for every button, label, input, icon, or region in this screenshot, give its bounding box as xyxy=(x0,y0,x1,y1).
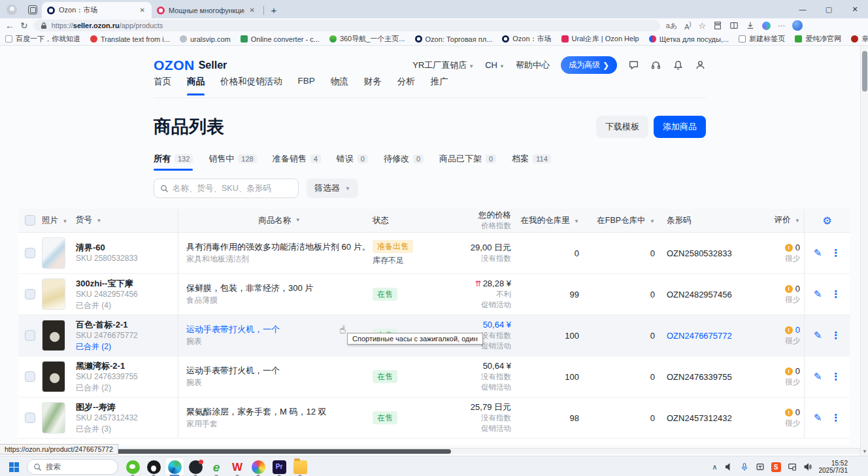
sogou-input-icon[interactable]: S xyxy=(771,462,781,472)
help-center-link[interactable]: 帮助中心 xyxy=(516,60,550,71)
read-aloud-icon[interactable]: A) xyxy=(684,21,691,31)
support-headset-icon[interactable] xyxy=(650,60,661,71)
edit-pencil-icon[interactable]: ✎ xyxy=(814,247,822,259)
product-name[interactable]: 聚氨酯涂层，家务手套，M 码，12 双 xyxy=(186,406,373,418)
address-bar[interactable]: https://seller.ozon.ru/app/products xyxy=(34,20,660,31)
select-all-checkbox[interactable] xyxy=(25,215,35,226)
header-stock[interactable]: 在我的仓库里 ▼ xyxy=(511,215,582,226)
bookmark-item[interactable]: uralsvip.com xyxy=(180,35,231,43)
promo-note[interactable]: 促销活动 xyxy=(450,423,511,434)
start-button[interactable] xyxy=(5,458,22,475)
lock-icon[interactable] xyxy=(41,22,47,29)
article-code[interactable]: 清界-60 xyxy=(76,242,178,253)
bookmark-item[interactable]: Ozon：市场 xyxy=(502,34,551,44)
promo-note[interactable]: 促销活动 xyxy=(450,299,511,310)
barcode-value[interactable]: OZN2476675772 xyxy=(667,331,732,341)
row-checkbox[interactable] xyxy=(25,289,35,299)
nav-item[interactable]: 财务 xyxy=(364,76,382,95)
bookmark-item[interactable]: 新建标签页 xyxy=(739,34,785,44)
scroll-down-arrow-icon[interactable]: ▼ xyxy=(862,449,867,454)
new-tab-button[interactable]: + xyxy=(266,2,282,18)
bookmark-item[interactable]: Ozon: Торговая пл... xyxy=(415,35,493,43)
promo-note[interactable]: 促销活动 xyxy=(450,382,511,392)
nav-item[interactable]: 分析 xyxy=(397,76,415,95)
merged-label[interactable]: 已合并 (4) xyxy=(76,300,178,311)
edit-pencil-icon[interactable]: ✎ xyxy=(814,288,822,300)
product-photo[interactable] xyxy=(42,279,65,310)
bookmark-item[interactable]: 百度一下，你就知道 xyxy=(5,34,80,44)
header-name[interactable]: 商品名称 ▼ xyxy=(178,209,373,232)
taskbar-app[interactable]: e xyxy=(207,457,226,476)
tray-expand-chevron-icon[interactable]: ∧ xyxy=(712,463,717,471)
header-photo[interactable]: 照片 ▼ xyxy=(42,215,76,226)
header-article[interactable]: 货号 ▼ xyxy=(76,214,178,226)
taskbar-app[interactable] xyxy=(123,457,142,476)
row-checkbox[interactable] xyxy=(25,413,35,423)
browser-tab[interactable]: Мощные многофункциональны ✕ xyxy=(152,2,261,18)
edit-pencil-icon[interactable]: ✎ xyxy=(814,371,822,382)
more-menu-icon[interactable]: ⋯ xyxy=(778,22,785,30)
rating-value[interactable]: 0 xyxy=(795,407,800,417)
back-button[interactable]: ← xyxy=(5,21,14,30)
product-name[interactable]: 具有消毒作用的强效多功能清洁地板片剂 60 片。 xyxy=(186,241,373,253)
store-selector[interactable]: YR工厂直销店▼ xyxy=(412,60,474,71)
download-template-button[interactable]: 下载模板 xyxy=(596,116,648,138)
product-name[interactable]: 保鲜膜，包装，非常经济，300 片 xyxy=(186,282,373,294)
article-code[interactable]: 百色-首标-2-1 xyxy=(76,319,178,330)
table-settings-gear-icon[interactable]: ⚙ xyxy=(822,214,831,227)
bookmark-item[interactable]: 360导航_一个主页... xyxy=(329,34,405,44)
product-photo[interactable] xyxy=(42,402,65,434)
table-row[interactable]: 图岁--寿涛 SKU 2457312432 已合并 (3) 聚氨酯涂层，家务手套… xyxy=(18,398,850,439)
collections-icon[interactable] xyxy=(713,21,722,30)
taskbar-app[interactable] xyxy=(144,457,163,476)
table-row[interactable]: 清界-60 SKU 2580532833 具有消毒作用的强效多功能清洁地板片剂 … xyxy=(18,233,850,274)
browser-tab-active[interactable]: Ozon：市场 ✕ xyxy=(42,2,152,18)
favorite-star-icon[interactable]: ☆ xyxy=(699,21,707,31)
horizontal-scrollbar[interactable] xyxy=(0,448,860,454)
taskbar-app[interactable]: Pr xyxy=(269,457,289,476)
product-search[interactable] xyxy=(154,178,299,198)
tab-groups-icon[interactable] xyxy=(25,3,41,17)
nav-item[interactable]: 首页 xyxy=(154,76,171,95)
row-checkbox[interactable] xyxy=(25,330,35,341)
chat-icon[interactable] xyxy=(628,60,639,71)
rating-value[interactable]: 0 xyxy=(795,243,800,252)
taskbar-app[interactable]: W xyxy=(227,457,247,476)
minimize-button[interactable]: — xyxy=(790,0,816,18)
browser-avatar[interactable] xyxy=(792,20,803,31)
filter-tab[interactable]: 待修改 0 xyxy=(384,153,424,171)
header-rating[interactable]: 评价 ▼ xyxy=(753,214,804,226)
add-product-button[interactable]: 添加商品 xyxy=(654,116,706,138)
row-menu-dots-icon[interactable]: ⋮ xyxy=(831,412,841,424)
close-window-button[interactable]: ✕ xyxy=(842,0,868,18)
translate-icon[interactable]: aあ xyxy=(666,21,677,31)
product-name[interactable]: 运动手表带打火机，一个 xyxy=(186,365,373,377)
rating-value[interactable]: 0 xyxy=(795,325,800,335)
taskbar-app[interactable] xyxy=(186,457,205,476)
split-screen-icon[interactable] xyxy=(729,21,739,30)
search-input[interactable] xyxy=(173,184,292,193)
row-menu-dots-icon[interactable]: ⋮ xyxy=(831,288,841,300)
ozon-logo[interactable]: OZON xyxy=(154,58,195,73)
nav-item[interactable]: 价格和促销活动 xyxy=(220,76,282,95)
vertical-scrollbar[interactable]: ▼ xyxy=(860,46,868,456)
barcode-value[interactable]: OZN2457312432 xyxy=(667,413,732,423)
bookmark-item[interactable]: 爱纯净官网 xyxy=(795,34,841,44)
rating-value[interactable]: 0 xyxy=(795,284,800,294)
close-tab-icon[interactable]: ✕ xyxy=(139,7,146,14)
nav-item[interactable]: 商品 xyxy=(187,76,205,95)
row-checkbox[interactable] xyxy=(25,248,35,258)
row-menu-dots-icon[interactable]: ⋮ xyxy=(831,330,841,341)
nav-item[interactable]: 物流 xyxy=(331,76,348,95)
product-photo[interactable] xyxy=(42,361,65,392)
account-icon[interactable] xyxy=(695,60,706,71)
bookmark-item[interactable]: Translate text from i... xyxy=(90,35,170,43)
edit-pencil-icon[interactable]: ✎ xyxy=(814,330,822,341)
premium-button[interactable]: 成为高级❯ xyxy=(561,56,617,74)
bookmark-item[interactable]: 章鱼AI xyxy=(851,34,868,44)
header-fbp[interactable]: 在FBP仓库中 ▼ xyxy=(582,215,658,226)
microphone-icon[interactable] xyxy=(740,462,749,471)
maximize-button[interactable]: ▢ xyxy=(816,0,842,18)
ime-icon[interactable] xyxy=(756,462,765,471)
taskbar-clock[interactable]: 15:52 2025/7/31 xyxy=(819,460,848,475)
